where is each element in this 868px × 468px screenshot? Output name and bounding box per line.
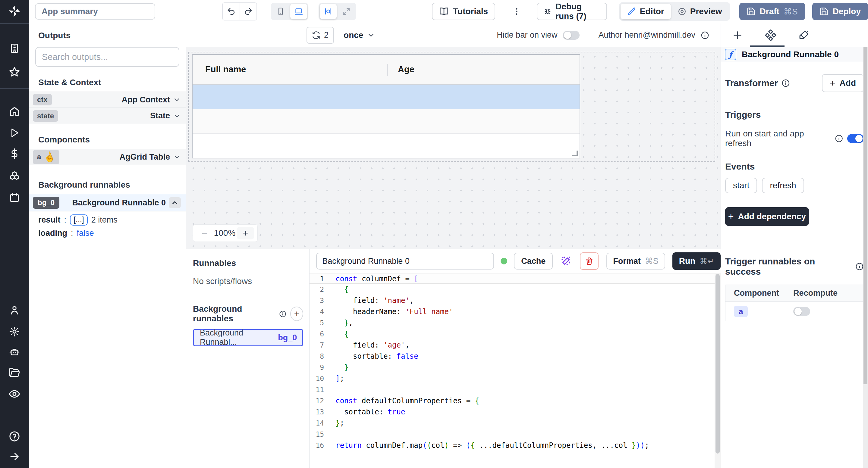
mobile-view-button[interactable] [272, 4, 289, 19]
runs-play-icon[interactable] [9, 128, 20, 138]
deploy-button[interactable]: Deploy [812, 3, 868, 20]
styling-tab[interactable] [787, 30, 820, 41]
workspace-icon[interactable] [9, 43, 20, 54]
code-editor-panel: Background Runnable 0 Cache Format ⌘S Ru… [310, 249, 721, 468]
center-layout-button[interactable] [320, 4, 337, 19]
collapse-arrow-icon[interactable] [9, 451, 20, 462]
code-editor[interactable]: 1const columnDef = [2 {3 field: 'name',4… [310, 273, 715, 468]
settings-gear-icon[interactable] [9, 326, 20, 337]
resize-handle[interactable] [572, 151, 578, 156]
state-row[interactable]: state State [29, 108, 186, 124]
users-icon[interactable] [9, 305, 20, 315]
refresh-count-button[interactable]: 2 [307, 27, 334, 44]
variables-dollar-icon[interactable] [9, 148, 20, 159]
zoom-out-button[interactable]: − [196, 228, 213, 239]
run-label: Run [679, 256, 695, 266]
transformer-title: Transformer [725, 78, 778, 88]
component-a-chip[interactable]: a [734, 306, 748, 317]
aggrid-header-age[interactable]: Age [387, 64, 414, 74]
schedules-calendar-icon[interactable] [9, 192, 20, 203]
panel-scrollbar[interactable] [863, 47, 868, 468]
cache-button[interactable]: Cache [514, 253, 553, 270]
runnables-title: Runnables [193, 258, 303, 268]
favorites-star-icon[interactable] [9, 66, 20, 78]
code-line-9[interactable]: 9 } [310, 362, 715, 373]
run-on-start-toggle[interactable] [847, 134, 864, 143]
refresh-mode-select[interactable]: once [344, 30, 375, 40]
code-line-5[interactable]: 5 }, [310, 317, 715, 329]
component-settings-tab[interactable] [754, 30, 787, 41]
device-toggle-group [271, 3, 308, 20]
desktop-view-button[interactable] [290, 4, 307, 19]
component-a-row[interactable]: a☝ AgGrid Table [29, 149, 186, 165]
insert-component-tab[interactable] [721, 30, 754, 40]
code-line-15[interactable]: 15 [310, 429, 715, 440]
fullwidth-layout-button[interactable] [338, 4, 355, 19]
hide-bar-toggle[interactable] [563, 31, 580, 40]
add-transformer-button[interactable]: + Add [822, 74, 864, 92]
aggrid-header-row: Full name Age [193, 55, 580, 85]
code-line-14[interactable]: 14}; [310, 418, 715, 429]
aggrid-column-divider [387, 64, 388, 76]
tutorials-button[interactable]: Tutorials [432, 3, 495, 20]
chevron-down-icon [173, 96, 181, 104]
loading-key: loading [38, 229, 67, 238]
aggrid-table-component[interactable]: Full name Age [192, 54, 580, 158]
code-line-10[interactable]: 10]; [310, 373, 715, 384]
rail-divider [0, 88, 29, 89]
code-line-6[interactable]: 6 { [310, 329, 715, 340]
ctx-row[interactable]: ctx App Context [29, 92, 186, 108]
active-tab-underline [750, 45, 784, 47]
undo-button[interactable] [223, 3, 240, 20]
zoom-in-button[interactable]: + [237, 227, 254, 239]
result-expand-chip[interactable]: [...] [70, 214, 88, 226]
more-menu-button[interactable] [512, 7, 521, 16]
code-line-3[interactable]: 3 field: 'name', [310, 295, 715, 306]
bg0-badge: bg_0 [33, 197, 59, 209]
resources-cubes-icon[interactable] [9, 170, 20, 182]
code-line-11[interactable]: 11 [310, 384, 715, 395]
code-line-8[interactable]: 8 sortable: false [310, 351, 715, 362]
editor-tab[interactable]: Editor [621, 4, 671, 19]
redo-button[interactable] [240, 3, 256, 20]
folders-icon[interactable] [9, 367, 20, 378]
draft-button[interactable]: Draft ⌘S [739, 3, 805, 20]
add-dependency-button[interactable]: + Add dependency [725, 207, 809, 226]
add-background-runnable-button[interactable]: + [290, 307, 304, 321]
triggers-title: Triggers [725, 110, 864, 120]
collapse-chevron-button[interactable] [169, 197, 181, 208]
format-button[interactable]: Format ⌘S [607, 253, 665, 270]
preview-tab[interactable]: Preview [671, 4, 729, 19]
aggrid-header-fullname[interactable]: Full name [193, 64, 387, 74]
format-kbd: ⌘S [645, 256, 658, 266]
app-summary-input[interactable]: App summary [35, 3, 155, 20]
run-button[interactable]: Run ⌘↵ [673, 253, 721, 270]
bg-runnable-item-selected[interactable]: Background Runnabl... bg_0 [193, 329, 303, 346]
help-icon[interactable] [9, 431, 20, 442]
windmill-logo[interactable] [7, 4, 22, 18]
code-line-4[interactable]: 4 headerName: 'Full name' [310, 306, 715, 317]
workers-robot-icon[interactable] [9, 346, 20, 358]
audit-eye-icon[interactable] [8, 388, 21, 400]
code-line-1[interactable]: 1const columnDef = [ [310, 273, 715, 284]
debug-runs-button[interactable]: Debug runs (7) [537, 3, 607, 20]
code-line-2[interactable]: 2 { [310, 284, 715, 295]
search-outputs-input[interactable]: Search outputs... [35, 47, 179, 67]
code-line-13[interactable]: 13 sortable: true [310, 407, 715, 418]
ai-wand-button[interactable] [561, 256, 571, 267]
bg0-row[interactable]: bg_0 Background Runnable 0 [29, 194, 186, 211]
code-scrollbar[interactable] [715, 273, 721, 468]
aggrid-row-selected[interactable] [193, 85, 580, 109]
delete-runnable-button[interactable] [580, 253, 598, 270]
home-icon[interactable] [9, 106, 20, 117]
aggrid-row[interactable] [193, 109, 580, 134]
runnable-name-input[interactable]: Background Runnable 0 [316, 253, 494, 270]
plus-icon [733, 30, 743, 40]
code-line-12[interactable]: 12const defaultColumnProperties = { [310, 395, 715, 407]
code-line-7[interactable]: 7 field: 'age', [310, 340, 715, 351]
bg-runnables-section-title: Background runnables [193, 304, 276, 324]
rail-divider [0, 23, 29, 24]
code-line-16[interactable]: 16return columnDef.map((col) => ({ ...de… [310, 440, 715, 451]
app-canvas[interactable]: Full name Age − 100% + [186, 47, 721, 249]
recompute-toggle[interactable] [793, 307, 810, 316]
